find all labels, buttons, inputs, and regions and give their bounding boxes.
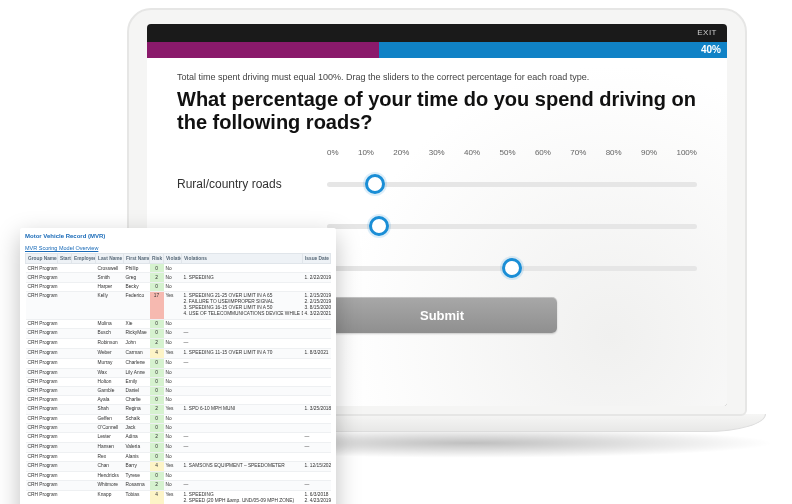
table-row[interactable]: CRH ProgramAyalaCharlie0No: [26, 395, 331, 404]
table-row[interactable]: CRH ProgramKnappTobias4Yes1. SPEEDING2. …: [26, 490, 331, 504]
cell: No: [164, 338, 182, 348]
cell: [182, 452, 303, 461]
table-row[interactable]: CRH ProgramWhitmoreRosanna2No——: [26, 480, 331, 490]
cell: Jack: [124, 423, 150, 432]
cell: —: [182, 480, 303, 490]
cell: 4: [150, 490, 164, 504]
cell: No: [164, 442, 182, 452]
table-row[interactable]: CRH ProgramChanBarry4Yes1. SAMSONS EQUIP…: [26, 461, 331, 471]
submit-button[interactable]: Submit: [327, 297, 557, 333]
cell: Daniel: [124, 386, 150, 395]
cell: Adina: [124, 432, 150, 442]
cell: CRH Program: [26, 377, 58, 386]
cell: Yes: [164, 291, 182, 319]
cell: 2: [150, 480, 164, 490]
table-row[interactable]: CRH ProgramSmithGreg2No1. SPEEDING1. 2/2…: [26, 273, 331, 283]
cell: [72, 395, 96, 404]
table-row[interactable]: CRH ProgramBuschRickyMae0No—: [26, 328, 331, 338]
slider-handle[interactable]: [502, 258, 522, 278]
mvr-col-header[interactable]: Group Name: [26, 254, 58, 264]
cell: [303, 338, 331, 348]
slider-track[interactable]: [327, 214, 697, 238]
scale-tick: 60%: [535, 148, 551, 157]
cell: —: [182, 338, 303, 348]
cell: 1. 8/3/2021: [303, 348, 331, 358]
slider-track[interactable]: [327, 172, 697, 196]
table-row[interactable]: CRH ProgramHendricksTyrese0No: [26, 471, 331, 480]
cell: 1. 12/15/2021: [303, 461, 331, 471]
cell: 2: [150, 338, 164, 348]
cell: [72, 358, 96, 368]
cell: [58, 432, 72, 442]
cell: 0: [150, 386, 164, 395]
cell: [58, 480, 72, 490]
cell: O'Connell: [96, 423, 124, 432]
cell: 1. SPEEDING 11-15 OVER LIMIT IN A 70: [182, 348, 303, 358]
table-row[interactable]: CRH ProgramHarperBecky0No: [26, 282, 331, 291]
mvr-report-window: Motor Vehicle Record (MVR) MVR Scoring M…: [20, 228, 336, 504]
cell: No: [164, 358, 182, 368]
slider-handle[interactable]: [369, 216, 389, 236]
table-row[interactable]: CRH ProgramWeberCarman4Yes1. SPEEDING 11…: [26, 348, 331, 358]
cell: CRH Program: [26, 461, 58, 471]
cell: [72, 452, 96, 461]
table-row[interactable]: CRH ProgramHansenValeria0No——: [26, 442, 331, 452]
cell: [182, 319, 303, 328]
cell: [72, 348, 96, 358]
mvr-col-header[interactable]: Risk Score: [150, 254, 164, 264]
cell: [72, 264, 96, 273]
slider-handle[interactable]: [365, 174, 385, 194]
cell: [72, 423, 96, 432]
cell: [58, 404, 72, 414]
mvr-col-header[interactable]: Employee ID: [72, 254, 96, 264]
cell: 1. SPEEDING: [182, 273, 303, 283]
mvr-col-header[interactable]: Issue Date: [303, 254, 331, 264]
cell: Lester: [96, 432, 124, 442]
mvr-col-header[interactable]: Violations: [182, 254, 303, 264]
mvr-col-header[interactable]: Start Date: [58, 254, 72, 264]
cell: [182, 264, 303, 273]
table-row[interactable]: CRH ProgramWaxLily Anne0No: [26, 368, 331, 377]
cell: [182, 282, 303, 291]
cell: Kelly: [96, 291, 124, 319]
slider-track[interactable]: [327, 256, 697, 280]
cell: Phillip: [124, 264, 150, 273]
cell: Becky: [124, 282, 150, 291]
cell: 0: [150, 452, 164, 461]
cell: Yes: [164, 461, 182, 471]
table-row[interactable]: CRH ProgramLesterAdina2No——: [26, 432, 331, 442]
table-row[interactable]: CRH ProgramGambleDaniel0No: [26, 386, 331, 395]
cell: Yes: [164, 404, 182, 414]
scale-ticks: 0%10%20%30%40%50%60%70%80%90%100%: [177, 148, 697, 157]
cell: [58, 423, 72, 432]
cell: [303, 328, 331, 338]
mvr-scoring-link[interactable]: MVR Scoring Model Overview: [25, 245, 331, 251]
table-row[interactable]: CRH ProgramHoltonEmily0No: [26, 377, 331, 386]
exit-link[interactable]: EXIT: [697, 28, 717, 37]
table-row[interactable]: CRH ProgramGeffenSchalk0No: [26, 414, 331, 423]
table-row[interactable]: CRH ProgramMurrayCharlene0No—: [26, 358, 331, 368]
cell: Charlene: [124, 358, 150, 368]
table-row[interactable]: CRH ProgramShahRegina2Yes1. SPD 6-10 MPH…: [26, 404, 331, 414]
cell: [72, 273, 96, 283]
cell: No: [164, 377, 182, 386]
cell: [303, 358, 331, 368]
table-row[interactable]: CRH ProgramMolinaXie0No: [26, 319, 331, 328]
cell: Hendricks: [96, 471, 124, 480]
cell: Weber: [96, 348, 124, 358]
cell: Smith: [96, 273, 124, 283]
table-row[interactable]: CRH ProgramRexAlanis0No: [26, 452, 331, 461]
scale-tick: 90%: [641, 148, 657, 157]
table-row[interactable]: CRH ProgramCrosswellPhillip0No: [26, 264, 331, 273]
mvr-col-header[interactable]: Violation Multi...: [164, 254, 182, 264]
cell: 1. SPEEDING2. SPEED (20 MPH &amp. UND/05…: [182, 490, 303, 504]
table-row[interactable]: CRH ProgramKellyFederico17Yes1. SPEEDING…: [26, 291, 331, 319]
submit-label: Submit: [420, 308, 464, 323]
cell: 2: [150, 404, 164, 414]
cell: [72, 471, 96, 480]
mvr-col-header[interactable]: Last Name: [96, 254, 124, 264]
table-row[interactable]: CRH ProgramO'ConnellJack0No: [26, 423, 331, 432]
table-row[interactable]: CRH ProgramRobinsonJohn2No—: [26, 338, 331, 348]
cell: No: [164, 282, 182, 291]
mvr-col-header[interactable]: First Name: [124, 254, 150, 264]
